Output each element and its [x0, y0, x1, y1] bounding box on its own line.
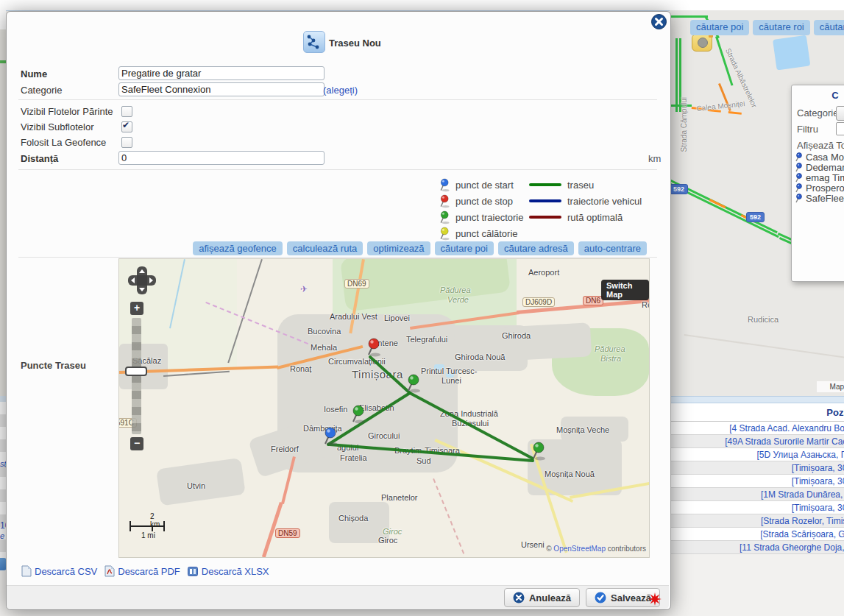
map-pin[interactable] — [404, 374, 422, 396]
legend-pin-label: punct de stop — [455, 196, 513, 207]
map-pin[interactable] — [529, 442, 547, 464]
poi-list-item[interactable]: Prospero — [795, 183, 844, 193]
page: { "page": { "top_buttons": [ {"label": "… — [0, 0, 844, 616]
road-badge-592: 592 — [670, 184, 688, 194]
download-pdf-link[interactable]: Descarcă PDF — [104, 565, 180, 577]
zoom-slider-handle[interactable] — [125, 367, 147, 376]
poi-list-item[interactable]: emag Timi — [795, 172, 844, 183]
position-row[interactable]: [Timișoara, 300 — [670, 475, 844, 488]
top-search-buttons: căutare poicăutare roicăutare traseu — [690, 20, 844, 35]
checkbox[interactable] — [121, 121, 132, 132]
route-line — [410, 393, 533, 459]
cancel-icon — [513, 592, 525, 603]
traseu-nou-dialog: Traseu Nou Nume Categorie (alegeți) Vizi… — [6, 11, 671, 610]
map-action-button[interactable]: afișează geofence — [193, 241, 283, 255]
categorie-input[interactable] — [118, 82, 325, 96]
nume-input[interactable] — [118, 66, 325, 80]
poi-list-item[interactable]: Casa Moc — [795, 152, 844, 162]
position-row[interactable]: [11 Strada Gheorghe Doja, T — [670, 541, 844, 554]
map-marker-icon[interactable] — [692, 34, 712, 52]
position-row[interactable]: [5D Улица Азањска, Па — [670, 448, 844, 461]
legend-line-swatch — [529, 183, 561, 186]
position-row[interactable]: [Strada Scărișoara, Ghi — [670, 528, 844, 541]
distanta-input[interactable] — [118, 151, 325, 165]
checkbox-row: Vizibil Flotelor Părinte — [21, 105, 315, 120]
download-links: Descarcă CSV Descarcă PDF Descarcă XLSX — [21, 565, 269, 577]
map-action-button[interactable]: căutare adresă — [498, 241, 574, 255]
legend-line-label: rută optimală — [567, 212, 623, 223]
route-lines — [119, 259, 649, 557]
browser-top-strip — [0, 0, 844, 11]
checkbox-row: Folosit La Geofence — [21, 135, 315, 151]
position-row[interactable]: [4 Strada Acad. Alexandru Borz — [670, 422, 844, 435]
marker-dot — [698, 38, 708, 48]
zoom-out-button[interactable]: − — [130, 437, 143, 450]
table-cell-fragment: e — [0, 531, 4, 540]
pin-icon — [438, 194, 450, 208]
position-row[interactable]: [49A Strada Surorile Martir Cace — [670, 435, 844, 448]
legend-lines: traseu traiectorie vehicul rută optimală — [529, 177, 642, 225]
osm-link[interactable]: OpenStreetMap — [553, 545, 606, 553]
search-pill-button[interactable]: căutare traseu — [814, 20, 844, 35]
position-row[interactable]: [Strada Rozelor, Timișo — [670, 514, 844, 528]
street-label: Rudicica — [748, 315, 779, 324]
legend-line-label: traseu — [567, 180, 594, 191]
poi-show-all-label[interactable]: Afișează Toat — [797, 140, 844, 151]
map-action-button[interactable]: căutare poi — [435, 241, 494, 255]
position-address: [Strada Scărișoara, Ghi — [760, 529, 844, 539]
legend-line-swatch — [529, 199, 561, 202]
map-pin[interactable] — [321, 427, 338, 449]
distanta-unit: km — [648, 153, 661, 164]
legend-pin-row: punct de stop — [438, 193, 524, 209]
cursor-star-marker — [648, 592, 662, 609]
switch-map-button[interactable]: Switch Map — [601, 280, 649, 300]
position-address: [11 Strada Gheorghe Doja, T — [740, 542, 844, 553]
cancel-button[interactable]: Anulează — [504, 588, 580, 607]
legend-pin-label: punct traiectorie — [455, 212, 524, 223]
checkbox[interactable] — [121, 137, 132, 148]
poi-list-item[interactable]: Dedeman — [795, 162, 844, 172]
checkbox-label: Folosit La Geofence — [21, 137, 106, 148]
save-icon — [595, 592, 606, 603]
checkbox[interactable] — [121, 106, 132, 117]
download-csv-link[interactable]: Descarcă CSV — [21, 565, 97, 577]
distanta-label: Distanță — [21, 153, 58, 164]
puncte-traseu-label: Puncte Traseu — [21, 360, 86, 371]
position-row[interactable]: [1M Strada Dunărea, G — [670, 488, 844, 501]
legend-pins: punct de start punct de stop punct traie… — [438, 177, 524, 241]
search-pill-button[interactable]: căutare poi — [690, 20, 749, 35]
position-address: [1M Strada Dunărea, G — [761, 489, 844, 500]
pin-icon — [438, 210, 450, 224]
route-line — [330, 445, 533, 461]
search-pill-button[interactable]: căutare roi — [753, 20, 809, 35]
poi-filtru-input[interactable] — [836, 122, 844, 135]
left-traffic-fragment — [0, 60, 6, 63]
map-action-button[interactable]: calculează ruta — [287, 241, 363, 255]
route-line — [328, 393, 410, 445]
close-icon[interactable] — [651, 14, 667, 29]
map-action-button[interactable]: optimizează — [367, 241, 430, 255]
left-table-stripes — [0, 402, 6, 568]
route-map[interactable]: Aeroport✈DN69PădureaVerdeDJ609DDN6ReArad… — [118, 258, 650, 558]
zoom-slider-track[interactable] — [132, 318, 141, 434]
pan-control[interactable] — [128, 266, 156, 294]
poi-categorie-select[interactable] — [836, 106, 844, 121]
download-xlsx-link[interactable]: Descarcă XLSX — [188, 566, 269, 577]
position-address: [Strada Rozelor, Timișo — [761, 516, 844, 526]
legend-line-row: rută optimală — [529, 209, 642, 225]
position-row[interactable]: [Timișoara, 300 — [670, 501, 844, 514]
zoom-in-button[interactable]: + — [130, 302, 143, 315]
alegeti-link[interactable]: (alegeți) — [323, 85, 358, 96]
position-row[interactable]: [Timișoara, 300 — [670, 461, 844, 475]
poi-list-item[interactable]: SafeFleet — [795, 193, 844, 203]
poi-panel-title: C — [792, 90, 844, 101]
position-address: [4 Strada Acad. Alexandru Borz — [729, 423, 844, 433]
left-table-separator — [0, 396, 6, 402]
map-pin[interactable] — [349, 405, 366, 427]
map-action-button[interactable]: auto-centrare — [578, 241, 647, 255]
legend-pin-row: punct călătorie — [438, 225, 524, 241]
positions-header: Poziți — [670, 403, 844, 422]
legend-pin-row: punct traiectorie — [438, 209, 524, 225]
dialog-footer: Anulează Salvează — [7, 585, 669, 609]
map-pin[interactable] — [364, 338, 382, 360]
